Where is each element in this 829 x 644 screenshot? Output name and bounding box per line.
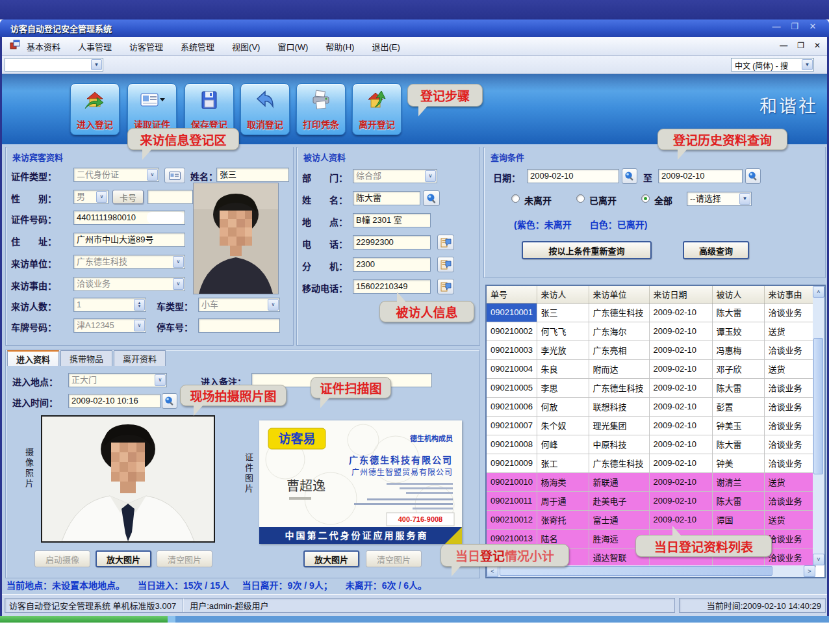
cell-visited[interactable]: 陈大雷: [712, 491, 764, 510]
cell-company[interactable]: 广东德生科技: [589, 303, 649, 322]
date-from-picker-button[interactable]: [622, 168, 637, 184]
cell-id[interactable]: 090210003: [487, 341, 537, 359]
cell-visited[interactable]: 邓子欣: [712, 359, 764, 378]
cell-visited[interactable]: 钟美: [712, 454, 764, 472]
mdi-close-icon[interactable]: ✕: [814, 41, 821, 50]
cell-company[interactable]: 广东海尔: [589, 322, 649, 341]
cell-company[interactable]: 广东亮相: [589, 341, 649, 359]
table-row[interactable]: 090210009张工 广东德生科技2009-02-10 钟美洽谈业务: [487, 454, 815, 472]
cell-company[interactable]: 广东德生科技: [589, 378, 649, 397]
cell-date[interactable]: 2009-02-10: [649, 435, 712, 454]
card-number-button[interactable]: 卡号: [112, 190, 144, 204]
cell-date[interactable]: 2009-02-10: [649, 322, 712, 341]
menu-item-view[interactable]: 视图(V): [232, 40, 260, 53]
cert-type-combobox[interactable]: 二代身份证 ∨: [73, 168, 159, 182]
restore-icon[interactable]: ❐: [787, 21, 802, 32]
vertical-scroll-thumb[interactable]: [813, 338, 823, 474]
cell-reason[interactable]: 洽谈业务: [764, 491, 815, 510]
cell-company[interactable]: 广东德生科技: [589, 454, 649, 472]
scroll-left-icon[interactable]: ˂: [487, 565, 498, 577]
chevron-down-icon[interactable]: ▼: [91, 59, 102, 70]
cell-visitor[interactable]: 张工: [537, 454, 589, 472]
menu-item-exit[interactable]: 退出(E): [372, 40, 400, 53]
clear-photo-button[interactable]: 清空图片: [157, 550, 212, 567]
menu-item-window[interactable]: 窗口(W): [277, 40, 308, 53]
cell-visited[interactable]: 谭玉姣: [712, 322, 764, 341]
col-header-date[interactable]: 来访日期: [649, 286, 712, 303]
cell-reason[interactable]: 送货: [764, 472, 815, 491]
cell-id[interactable]: 090210011: [487, 491, 537, 510]
cell-visitor[interactable]: 朱个奴: [537, 416, 589, 435]
cell-id[interactable]: 090210010: [487, 472, 537, 491]
cell-reason[interactable]: 洽谈业务: [764, 397, 815, 416]
radio-left[interactable]: [576, 194, 585, 203]
tab-entry-info[interactable]: 进入资料: [7, 350, 59, 366]
visited-name-field[interactable]: 陈大雷: [353, 191, 420, 205]
cert-no-field[interactable]: 4401111980010: [73, 211, 185, 225]
chevron-down-icon[interactable]: ▼: [739, 193, 750, 205]
mdi-minimize-icon[interactable]: —: [780, 41, 787, 50]
radio-all-label[interactable]: 全部: [654, 194, 672, 207]
search-person-button[interactable]: [423, 190, 440, 206]
department-combobox[interactable]: 综合部 ∨: [353, 169, 437, 183]
people-count-stepper[interactable]: 1 ▲▼: [73, 298, 146, 312]
minimize-icon[interactable]: —: [769, 21, 784, 32]
visit-company-combobox[interactable]: 广东德生科技 ∨: [73, 255, 185, 269]
extension-field[interactable]: 2300: [353, 257, 431, 272]
scroll-up-icon[interactable]: ˄: [813, 286, 824, 298]
cell-id[interactable]: 090210008: [487, 435, 537, 454]
enlarge-card-button[interactable]: 放大图片: [303, 550, 359, 567]
cell-id[interactable]: 090210001: [487, 303, 537, 322]
cell-id[interactable]: 090210012: [487, 510, 537, 529]
start-camera-button[interactable]: 启动摄像: [34, 550, 90, 567]
table-row[interactable]: 090210008何峰 中原科技2009-02-10 陈大雷洽谈业务: [487, 435, 815, 454]
table-row[interactable]: 090210011周于通 赴美电子2009-02-10 陈大雷洽谈业务: [487, 491, 815, 510]
menu-item-basic-data[interactable]: 基本资料: [27, 40, 60, 53]
table-horizontal-scrollbar[interactable]: ˂ ˃: [487, 565, 815, 577]
cell-company[interactable]: 联想科技: [589, 397, 649, 416]
cell-visitor[interactable]: 何峰: [537, 435, 589, 454]
cell-company[interactable]: 赴美电子: [589, 491, 649, 510]
scroll-down-icon[interactable]: ˅: [813, 554, 824, 565]
cell-visitor[interactable]: 张寄托: [537, 510, 589, 529]
cell-date[interactable]: 2009-02-10: [649, 303, 712, 322]
card-number-field[interactable]: [147, 190, 193, 204]
cell-reason[interactable]: 送货: [764, 510, 815, 529]
radio-not-left-label[interactable]: 未离开: [524, 194, 552, 207]
menu-item-help[interactable]: 帮助(H): [325, 40, 354, 53]
cell-visitor[interactable]: 杨海类: [537, 472, 589, 491]
cancel-registration-button[interactable]: 取消登记: [240, 83, 290, 135]
cell-visitor[interactable]: 何飞飞: [537, 322, 589, 341]
enlarge-photo-button[interactable]: 放大图片: [96, 550, 151, 567]
filter-select[interactable]: --请选择 ▼: [687, 192, 752, 206]
plate-combobox[interactable]: 津A12345 ∨: [73, 318, 146, 333]
phone-field[interactable]: 22992300: [353, 235, 431, 250]
cell-reason[interactable]: 送货: [764, 322, 815, 341]
cell-reason[interactable]: 洽谈业务: [764, 341, 815, 359]
menu-item-system[interactable]: 系统管理: [181, 40, 214, 53]
cell-visitor[interactable]: 周于通: [537, 491, 589, 510]
cell-date[interactable]: 2009-02-10: [649, 378, 712, 397]
radio-left-label[interactable]: 已离开: [589, 194, 617, 207]
col-header-reason[interactable]: 来访事由: [764, 286, 815, 303]
entry-time-field[interactable]: 2009-02-10 10:16: [68, 394, 160, 408]
save-registration-button[interactable]: 保存登记: [185, 83, 234, 135]
visit-reason-combobox[interactable]: 洽谈业务 ∨: [73, 277, 185, 291]
table-row[interactable]: 090210002何飞飞 广东海尔2009-02-10 谭玉姣送货: [487, 322, 815, 341]
cell-reason[interactable]: 洽谈业务: [764, 303, 815, 322]
mobile-field[interactable]: 15602210349: [353, 279, 431, 294]
mdi-restore-icon[interactable]: ❐: [797, 41, 804, 50]
radio-not-left[interactable]: [511, 194, 520, 203]
cell-visited[interactable]: 冯惠梅: [712, 341, 764, 359]
enter-registration-button[interactable]: 进入登记: [70, 83, 120, 135]
table-row[interactable]: 090210004朱良 附而达2009-02-10 邓子欣送货: [487, 359, 815, 378]
table-row[interactable]: 090210005李思 广东德生科技2009-02-10 陈大雷洽谈业务: [487, 378, 815, 397]
entry-place-combobox[interactable]: 正大门 ∨: [68, 373, 167, 387]
gender-combobox[interactable]: 男 ∨: [73, 190, 108, 204]
cell-company[interactable]: 附而达: [589, 359, 649, 378]
visitor-name-field[interactable]: 张三: [216, 168, 289, 182]
quick-combobox[interactable]: ▼: [5, 58, 103, 71]
col-header-id[interactable]: 单号: [487, 286, 537, 303]
cell-reason[interactable]: 送货: [764, 359, 815, 378]
cell-date[interactable]: 2009-02-10: [649, 359, 712, 378]
